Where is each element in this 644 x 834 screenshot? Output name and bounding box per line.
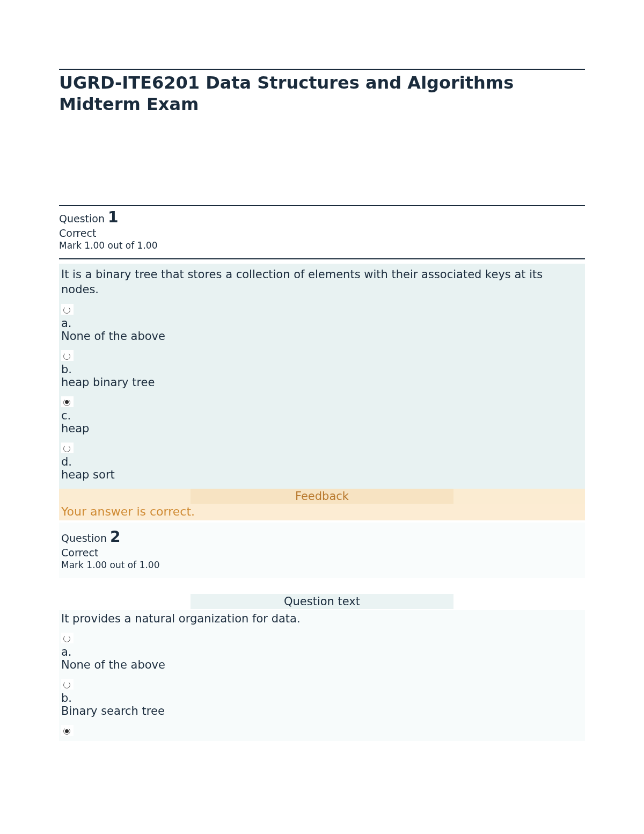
option-text: Binary search tree [61,705,583,717]
radio-icon-selected[interactable] [63,728,70,735]
radio-icon[interactable] [63,445,70,452]
question-1-option-a: a. None of the above [61,304,583,343]
question-1-header: Question 1 Correct Mark 1.00 out of 1.00 [59,206,585,258]
question-1-option-c: c. heap [61,396,583,435]
radio-icon[interactable] [63,307,70,314]
option-letter: a. [61,646,583,658]
document-page: UGRD-ITE6201 Data Structures and Algorit… [0,0,644,763]
question-2-option-b: b. Binary search tree [61,679,583,717]
question-1-option-d: d. heap sort [61,443,583,481]
question-2-mark: Mark 1.00 out of 1.00 [61,560,583,570]
feedback-heading: Feedback [191,489,453,504]
option-letter: b. [61,363,583,376]
option-text: heap [61,422,583,435]
question-text-heading: Question text [191,594,453,609]
question-1-status: Correct [59,227,585,239]
separator-rule [59,258,585,259]
question-1-body: It is a binary tree that stores a collec… [59,264,585,489]
question-2-header: Question 2 Correct Mark 1.00 out of 1.00 [61,528,583,578]
option-text: None of the above [61,658,583,671]
radio-wrapper [61,443,74,453]
question-2-body: It provides a natural organization for d… [59,610,585,741]
feedback-message: Your answer is correct. [59,504,585,520]
question-label: Question [61,532,107,544]
question-label: Question [59,213,105,224]
radio-icon-selected[interactable] [63,399,70,406]
question-1-number: 1 [108,208,118,226]
question-2-wrap: Question 2 Correct Mark 1.00 out of 1.00 [59,523,585,578]
page-title: UGRD-ITE6201 Data Structures and Algorit… [59,70,585,119]
question-2-option-a: a. None of the above [61,633,583,671]
option-text: heap sort [61,468,583,481]
radio-wrapper [61,304,74,315]
question-2-status: Correct [61,547,583,559]
option-text: heap binary tree [61,376,583,389]
option-letter: c. [61,409,583,422]
question-1-option-b: b. heap binary tree [61,350,583,389]
feedback-band: Feedback Your answer is correct. [59,489,585,520]
radio-wrapper [61,396,74,407]
spacer [59,119,585,205]
question-2-prompt: It provides a natural organization for d… [61,611,583,626]
question-2-number: 2 [110,528,120,546]
spacer [59,578,585,594]
radio-wrapper [61,725,74,736]
question-1-prompt: It is a binary tree that stores a collec… [61,267,583,298]
option-text: None of the above [61,330,583,343]
radio-icon[interactable] [63,635,70,642]
radio-icon[interactable] [63,681,70,688]
question-2-option-c [61,725,583,736]
option-letter: a. [61,317,583,330]
radio-wrapper [61,633,74,643]
radio-wrapper [61,679,74,690]
radio-icon[interactable] [63,353,70,360]
option-letter: b. [61,692,583,705]
option-letter: d. [61,455,583,468]
question-1-mark: Mark 1.00 out of 1.00 [59,240,585,251]
radio-wrapper [61,350,74,361]
